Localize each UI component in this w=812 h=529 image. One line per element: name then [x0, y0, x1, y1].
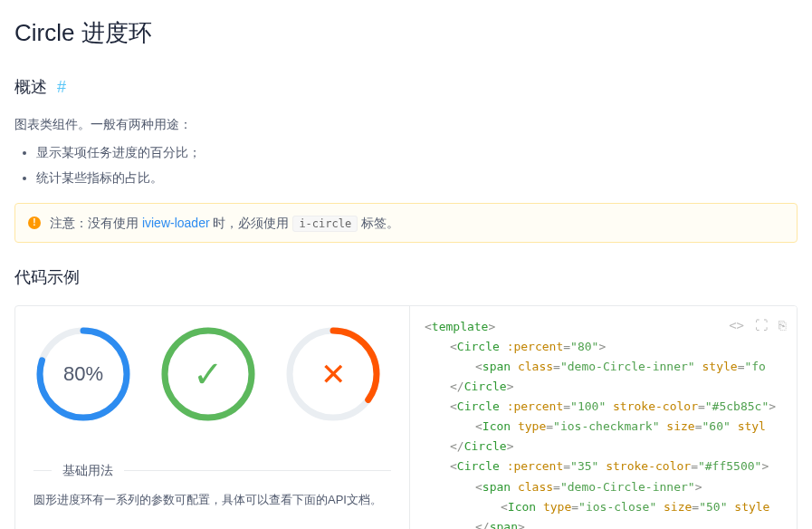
circle-percent-text: 80% [63, 358, 103, 390]
alert-code: i-circle [292, 216, 358, 232]
code-toolbar: <> ⛶ ⎘ [729, 315, 786, 337]
code-line: <Icon type="ios-checkmark" size="60" sty… [425, 417, 782, 437]
circle-center: 80% [33, 324, 133, 424]
anchor-link[interactable]: # [57, 78, 66, 96]
code-line: <Circle :percent="80"> [425, 337, 782, 357]
code-line: </Circle> [425, 437, 782, 457]
code-line: <Circle :percent="35" stroke-color="#ff5… [425, 457, 782, 476]
progress-circle: ✕ [283, 324, 383, 424]
examples-heading: 代码示例 [14, 264, 798, 291]
list-item: 显示某项任务进度的百分比； [36, 142, 798, 162]
demo-title-row: 基础用法 [33, 460, 391, 480]
circle-center: ✓ [158, 324, 258, 424]
view-code-icon[interactable]: <> [729, 315, 744, 337]
demo-description: 圆形进度环有一系列的参数可配置，具体可以查看下面的API文档。 [33, 491, 391, 510]
expand-icon[interactable]: ⛶ [755, 315, 768, 337]
progress-circle: ✓ [158, 324, 258, 424]
alert-text: 注意：没有使用 iview-loader 时，必须使用 i-circle 标签。 [50, 213, 399, 233]
warning-icon: ! [28, 216, 41, 229]
list-item: 统计某些指标的占比。 [36, 168, 798, 188]
alert-suffix: 标签。 [361, 216, 399, 230]
code-line: <span class="demo-Circle-inner"> [425, 477, 782, 497]
demo-title-text: 基础用法 [52, 463, 124, 477]
code-line: <span class="demo-Circle-inner" style="f… [425, 357, 782, 377]
alert-prefix: 注意：没有使用 [50, 216, 139, 230]
iview-loader-link[interactable]: iview-loader [142, 216, 210, 230]
circle-center: ✕ [283, 324, 383, 424]
code-line: </Circle> [425, 377, 782, 397]
overview-intro: 图表类组件。一般有两种用途： [14, 114, 798, 134]
code-line: <Circle :percent="100" stroke-color="#5c… [425, 397, 782, 417]
code-line: <Icon type="ios-close" size="50" style [425, 497, 782, 517]
close-icon: ✕ [320, 350, 346, 399]
overview-heading: 概述 # [14, 74, 798, 101]
code-line: </span> [425, 517, 782, 529]
circles-container: 80% ✓ ✕ [33, 324, 391, 424]
demo-code: <> ⛶ ⎘ <template> <Circle :percent="80">… [410, 306, 797, 529]
copy-icon[interactable]: ⎘ [779, 315, 786, 337]
page-title: Circle 进度环 [14, 14, 798, 53]
demo-card: 80% ✓ ✕ 基础用法 圆形进度环有一系列的参数可配置，具体可以查看下面的AP… [14, 305, 798, 529]
overview-heading-text: 概述 [14, 78, 47, 96]
alert-mid: 时，必须使用 [213, 216, 289, 230]
demo-preview: 80% ✓ ✕ 基础用法 圆形进度环有一系列的参数可配置，具体可以查看下面的AP… [15, 306, 410, 529]
progress-circle: 80% [33, 324, 133, 424]
overview-bullets: 显示某项任务进度的百分比； 统计某些指标的占比。 [36, 142, 798, 188]
check-icon: ✓ [193, 345, 224, 403]
warning-alert: ! 注意：没有使用 iview-loader 时，必须使用 i-circle 标… [14, 203, 798, 243]
